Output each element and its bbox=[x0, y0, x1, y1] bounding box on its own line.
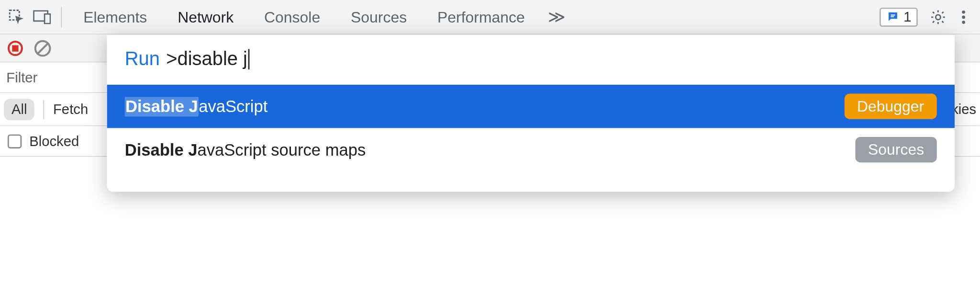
clear-button[interactable] bbox=[34, 40, 51, 57]
tab-elements[interactable]: Elements bbox=[69, 0, 161, 34]
svg-point-8 bbox=[962, 21, 965, 24]
command-item-label: Disable JavaScript bbox=[125, 96, 268, 116]
svg-point-7 bbox=[962, 15, 965, 19]
svg-rect-3 bbox=[891, 14, 895, 15]
run-label: Run bbox=[125, 48, 160, 69]
blocked-label: Blocked bbox=[29, 133, 79, 149]
divider bbox=[44, 100, 44, 119]
palette-padding bbox=[107, 171, 955, 192]
tab-performance[interactable]: Performance bbox=[423, 0, 539, 34]
command-item-label: Disable JavaScript source maps bbox=[125, 140, 366, 159]
tab-network[interactable]: Network bbox=[164, 0, 248, 34]
issues-count: 1 bbox=[903, 9, 911, 25]
command-item-badge: Debugger bbox=[844, 94, 936, 119]
command-palette: Run >disable j Disable JavaScript Debugg… bbox=[107, 34, 955, 192]
svg-rect-4 bbox=[891, 16, 894, 17]
command-item-badge: Sources bbox=[855, 137, 936, 162]
command-palette-list: Disable JavaScript Debugger Disable Java… bbox=[107, 85, 955, 171]
command-query: >disable j bbox=[166, 48, 249, 69]
divider bbox=[61, 7, 62, 27]
record-button[interactable] bbox=[8, 40, 23, 56]
device-toolbar-icon[interactable] bbox=[31, 5, 54, 28]
command-item-disable-js-source-maps[interactable]: Disable JavaScript source maps Sources bbox=[107, 128, 955, 171]
command-item-disable-javascript[interactable]: Disable JavaScript Debugger bbox=[107, 85, 955, 128]
stop-icon bbox=[12, 45, 18, 51]
issues-badge[interactable]: 1 bbox=[880, 7, 918, 26]
filter-input[interactable]: Filter bbox=[6, 69, 50, 86]
issues-icon bbox=[886, 11, 900, 23]
kebab-menu-icon[interactable] bbox=[952, 5, 975, 28]
more-tabs-icon[interactable]: ≫ bbox=[541, 5, 571, 28]
type-fetch[interactable]: Fetch bbox=[53, 101, 88, 118]
svg-rect-2 bbox=[45, 14, 50, 23]
svg-point-6 bbox=[962, 10, 965, 13]
svg-point-5 bbox=[935, 14, 940, 19]
command-palette-input-row[interactable]: Run >disable j bbox=[107, 35, 955, 85]
devtools-tabbar: Elements Network Console Sources Perform… bbox=[0, 0, 980, 34]
inspect-element-icon[interactable] bbox=[5, 5, 28, 28]
tab-console[interactable]: Console bbox=[250, 0, 334, 34]
blocked-checkbox[interactable] bbox=[8, 134, 22, 148]
settings-gear-icon[interactable] bbox=[926, 5, 949, 28]
tab-sources[interactable]: Sources bbox=[337, 0, 421, 34]
type-all-pill[interactable]: All bbox=[4, 98, 34, 120]
text-cursor-icon bbox=[248, 49, 249, 69]
